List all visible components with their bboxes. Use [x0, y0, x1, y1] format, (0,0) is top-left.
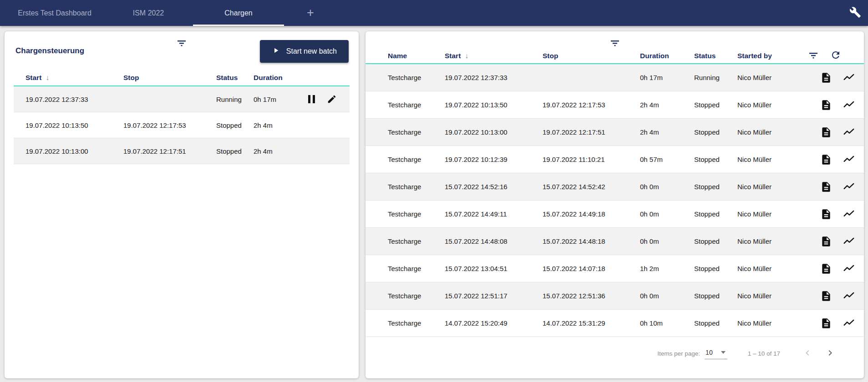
cell-duration: 0h 57m	[640, 156, 694, 163]
previous-page-button[interactable]	[802, 347, 813, 360]
left-header-duration[interactable]: Duration	[242, 74, 292, 82]
cell-duration: 0h 0m	[640, 183, 694, 191]
right-header-stop[interactable]: Stop	[543, 52, 640, 60]
document-icon[interactable]	[820, 263, 832, 275]
document-icon[interactable]	[820, 208, 832, 220]
trend-icon[interactable]	[843, 181, 855, 193]
table-row[interactable]: Testcharge 15.07.2022 12:51:17 15.07.202…	[365, 282, 864, 310]
table-row[interactable]: Testcharge 19.07.2022 10:13:50 19.07.202…	[365, 91, 864, 119]
right-header-duration[interactable]: Duration	[640, 52, 694, 60]
row-action-icons	[808, 208, 864, 220]
play-icon	[272, 46, 280, 56]
left-header-status[interactable]: Status	[204, 74, 242, 82]
items-per-page-select[interactable]: 10	[705, 348, 727, 359]
row-action-icons	[808, 99, 864, 111]
trend-icon[interactable]	[843, 290, 855, 302]
table-row[interactable]: 19.07.2022 10:13:00 19.07.2022 12:17:51 …	[14, 138, 350, 164]
document-icon[interactable]	[820, 126, 832, 138]
cell-name: Testcharge	[388, 319, 445, 327]
cell-stop: 19.07.2022 11:10:21	[543, 156, 640, 163]
pause-icon[interactable]	[308, 95, 315, 103]
cell-stop: 19.07.2022 12:17:51	[543, 128, 640, 136]
table-row[interactable]: Testcharge 19.07.2022 10:12:39 19.07.202…	[365, 146, 864, 173]
table-row[interactable]: 19.07.2022 10:13:50 19.07.2022 12:17:53 …	[14, 112, 350, 138]
document-icon[interactable]	[820, 99, 832, 111]
table-row[interactable]: Testcharge 15.07.2022 14:49:11 15.07.202…	[365, 201, 864, 228]
cell-duration: 2h 4m	[242, 121, 292, 129]
row-action-icons	[808, 290, 864, 302]
cell-name: Testcharge	[388, 128, 445, 136]
settings-button[interactable]	[843, 0, 868, 26]
table-row[interactable]: Testcharge 14.07.2022 15:20:49 14.07.202…	[365, 310, 864, 337]
start-new-batch-label: Start new batch	[286, 47, 337, 55]
cell-duration: 0h 0m	[640, 237, 694, 245]
tab-ism-2022[interactable]: ISM 2022	[104, 0, 193, 26]
trend-icon[interactable]	[843, 236, 855, 247]
cell-stop: 15.07.2022 14:52:42	[543, 183, 640, 191]
right-table-header: Name Start↓ Stop Duration Status Started…	[365, 48, 864, 64]
page-range-label: 1 – 10 of 17	[748, 350, 780, 357]
refresh-button[interactable]	[830, 50, 841, 62]
table-row[interactable]: 19.07.2022 12:37:33 Running 0h 17m	[14, 86, 350, 112]
document-icon[interactable]	[820, 236, 832, 247]
cell-start: 19.07.2022 10:13:00	[14, 147, 112, 155]
row-action-icons	[808, 126, 864, 138]
add-tab-button[interactable]: +	[296, 0, 325, 26]
left-table-body: 19.07.2022 12:37:33 Running 0h 17m 19.07…	[14, 86, 350, 164]
batch-history-table: Name Start↓ Stop Duration Status Started…	[365, 31, 864, 337]
table-row[interactable]: Testcharge 19.07.2022 10:13:00 19.07.202…	[365, 119, 864, 146]
trend-icon[interactable]	[843, 126, 855, 138]
row-action-icons	[808, 317, 864, 329]
cell-duration: 0h 0m	[640, 292, 694, 300]
cell-started-by: Nico Müller	[737, 101, 808, 109]
cell-duration: 0h 17m	[242, 96, 292, 103]
right-header-start[interactable]: Start↓	[445, 52, 543, 60]
chevron-left-icon	[802, 347, 813, 360]
start-new-batch-button[interactable]: Start new batch	[260, 40, 349, 63]
trend-icon[interactable]	[843, 208, 855, 220]
left-header-start[interactable]: Start↓	[14, 74, 112, 82]
document-icon[interactable]	[820, 72, 832, 84]
cell-started-by: Nico Müller	[737, 156, 808, 163]
left-header-stop[interactable]: Stop	[112, 74, 204, 82]
table-row[interactable]: Testcharge 15.07.2022 14:52:16 15.07.202…	[365, 173, 864, 201]
row-action-icons	[808, 236, 864, 247]
document-icon[interactable]	[820, 154, 832, 166]
cell-stop: 19.07.2022 12:17:53	[112, 121, 204, 129]
filter-button[interactable]	[808, 50, 818, 62]
document-icon[interactable]	[820, 317, 832, 329]
next-page-button[interactable]	[825, 347, 836, 360]
cell-stop: 19.07.2022 12:17:51	[112, 147, 204, 155]
cell-started-by: Nico Müller	[737, 292, 808, 300]
row-action-icons	[808, 154, 864, 166]
top-tab-bar: Erstes Test Dashboard ISM 2022 Chargen +	[0, 0, 868, 26]
cell-status: Stopped	[694, 101, 737, 109]
table-row[interactable]: Testcharge 15.07.2022 13:04:51 15.07.202…	[365, 255, 864, 282]
cell-start: 19.07.2022 12:37:33	[14, 96, 112, 103]
cell-status: Stopped	[694, 292, 737, 300]
right-header-name[interactable]: Name	[388, 52, 445, 60]
cell-duration: 2h 4m	[640, 128, 694, 136]
table-row[interactable]: Testcharge 15.07.2022 14:48:08 15.07.202…	[365, 228, 864, 255]
cell-status: Stopped	[694, 319, 737, 327]
document-icon[interactable]	[820, 290, 832, 302]
right-header-started-by[interactable]: Started by	[737, 52, 808, 60]
document-icon[interactable]	[820, 181, 832, 193]
trend-icon[interactable]	[843, 154, 855, 166]
trend-icon[interactable]	[843, 263, 855, 275]
trend-icon[interactable]	[843, 72, 855, 84]
left-filter-button[interactable]	[172, 33, 192, 53]
items-per-page-label: Items per page:	[657, 350, 700, 357]
arrow-down-icon: ↓	[46, 74, 49, 81]
edit-icon[interactable]	[327, 94, 337, 104]
trend-icon[interactable]	[843, 317, 855, 329]
table-row[interactable]: Testcharge 19.07.2022 12:37:33 0h 17m Ru…	[365, 64, 864, 91]
cell-duration: 1h 2m	[640, 265, 694, 272]
tab-erstes-test-dashboard[interactable]: Erstes Test Dashboard	[5, 0, 104, 26]
right-header-status[interactable]: Status	[694, 52, 737, 60]
tab-chargen[interactable]: Chargen	[193, 0, 284, 26]
cell-start: 19.07.2022 10:13:50	[445, 101, 543, 109]
cell-started-by: Nico Müller	[737, 128, 808, 136]
trend-icon[interactable]	[843, 99, 855, 111]
cell-start: 15.07.2022 12:51:17	[445, 292, 543, 300]
